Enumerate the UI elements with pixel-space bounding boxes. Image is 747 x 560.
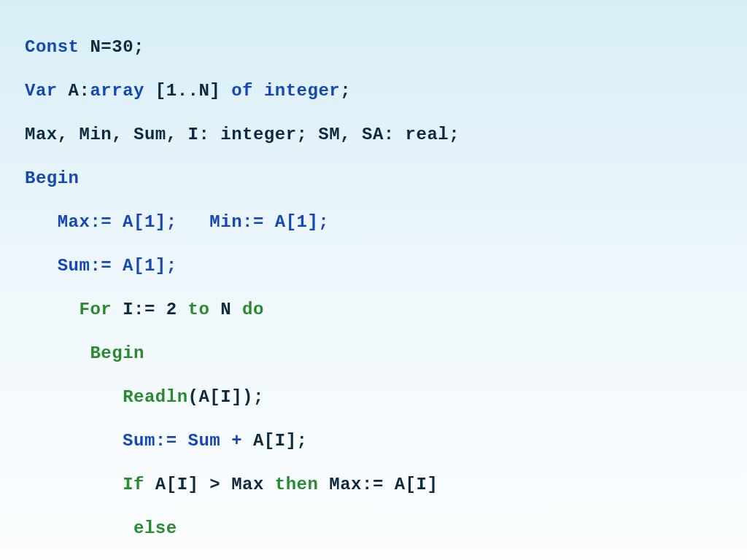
keyword-array: array xyxy=(90,81,144,101)
code-line: For I:= 2 to N do xyxy=(25,299,747,321)
keyword-var: Var xyxy=(25,81,58,101)
code-line: Readln(A[I]); xyxy=(25,386,747,408)
code-line: Sum:= A[1]; xyxy=(25,255,747,277)
keyword-const: Const xyxy=(25,37,80,57)
code-line: If A[I] > Max then Max:= A[I] xyxy=(25,474,747,496)
keyword-of-integer: of integer xyxy=(231,81,340,101)
keyword-for: For xyxy=(80,300,112,319)
code-line: Var A:array [1..N] of integer; xyxy=(25,80,747,102)
code-line: Max, Min, Sum, I: integer; SM, SA: real; xyxy=(25,124,747,146)
keyword-do: do xyxy=(242,300,264,319)
code-line: Const N=30; xyxy=(25,36,747,58)
keyword-else: else xyxy=(133,518,177,538)
code-line: Begin xyxy=(25,343,747,365)
keyword-to: to xyxy=(188,300,210,319)
keyword-begin-inner: Begin xyxy=(90,343,144,363)
code-line: else xyxy=(25,518,747,540)
keyword-begin: Begin xyxy=(25,168,747,190)
keyword-then: then xyxy=(264,475,329,494)
code-line: Max:= A[1]; Min:= A[1]; xyxy=(25,211,747,233)
code-line: Sum:= Sum + A[I]; xyxy=(25,430,747,452)
keyword-readln: Readln xyxy=(123,387,187,407)
pascal-code-block: Const N=30; Var A:array [1..N] of intege… xyxy=(0,0,747,560)
keyword-if: If xyxy=(123,475,155,494)
